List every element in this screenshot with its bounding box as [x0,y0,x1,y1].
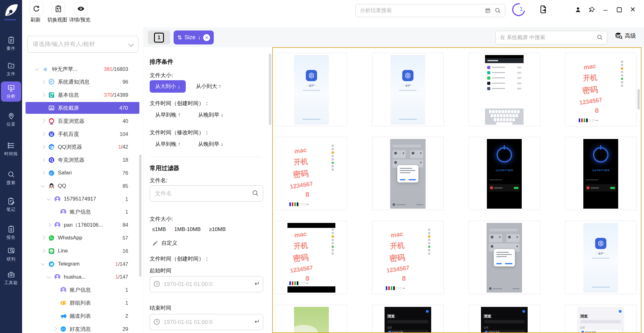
analysis-search-input[interactable] [359,4,479,17]
tree-item-WhatsApp[interactable]: WhatsApp57 [22,232,143,244]
sidebar-item-case[interactable]: 案件 [1,34,21,54]
thumbnail-card[interactable]: 浏览位置iCloud 云盘我的 iPhone最近删除个人收藏下载 [565,305,637,333]
chevron-right-icon[interactable] [41,93,45,97]
thumbnail-card[interactable]: - 金护 - [276,53,347,126]
sidebar-item-toolbox[interactable]: 工具箱 [1,268,21,288]
custom-size-button[interactable]: 自定义 [161,239,177,247]
sort-desc-button[interactable]: 从大到小↓ [150,80,186,93]
end-time-input[interactable] [163,314,248,330]
tree-item-node[interactable]: 账户信息1 [22,206,143,218]
tree-item-node[interactable]: 好友消息29 [22,323,143,333]
thumbnail-card[interactable]: 浏览位置iCloud 云盘我的 iPhone最近删除个人收藏下载 [372,305,444,333]
chevron-down-icon[interactable] [35,67,39,71]
chevron-right-icon[interactable] [41,236,45,240]
tree-item-pan1760106[interactable]: pan（1760106...84 [22,219,143,231]
size-option-lte1mb[interactable]: ≤1MB [152,226,166,232]
user-icon[interactable] [574,6,582,14]
pin-icon[interactable] [588,6,596,14]
task-progress-indicator[interactable]: 1 [512,2,525,16]
thumbnail-card[interactable]: 点击查看VPN配置 [565,137,637,210]
thumbnail-card[interactable]: mac开机密码12345678 [372,221,444,294]
sidebar-item-timeline[interactable]: 时间线 [1,139,21,159]
detail-preview-button[interactable] [74,2,88,16]
sidebar-item-location[interactable]: 位置 [1,109,21,130]
chevron-right-icon[interactable] [53,327,57,331]
sidebar-item-analysis[interactable]: 分析 [1,81,21,102]
maximize-button[interactable] [615,6,623,14]
tree-item-Line[interactable]: LINELine16 [22,245,143,257]
thumbnail-card[interactable]: mac开机密码12345678 [276,137,347,210]
created-late-to-early-button[interactable]: 从晚到早 ↓ [198,112,223,118]
thumbnail-card[interactable] [276,305,347,333]
chevron-right-icon[interactable] [41,158,45,162]
thumbnail-card[interactable]: mac开机密码12345678 [565,53,637,126]
search-icon[interactable] [596,34,603,41]
chevron-down-icon[interactable] [41,262,45,266]
sidebar-item-search[interactable]: 搜索 [1,168,21,188]
switch-view-button[interactable] [51,2,65,16]
created-early-to-late-button[interactable]: 从早到晚 ↑ [155,112,180,118]
chevron-right-icon[interactable] [41,145,45,149]
sidebar-item-judge[interactable]: 研判 [1,244,21,265]
start-time-input[interactable] [163,276,248,292]
minimize-button[interactable]: – [601,6,609,14]
scope-search-input[interactable] [499,31,591,44]
chevron-right-icon[interactable] [41,119,45,123]
column-count-button[interactable]: 1 [148,30,170,44]
chevron-right-icon[interactable] [41,171,45,175]
chevron-right-icon[interactable] [41,80,45,84]
tree-item-Safari[interactable]: Safari76 [22,167,143,179]
search-icon[interactable] [252,189,259,197]
filename-input[interactable] [154,186,249,201]
modified-early-to-late-button[interactable]: 从早到晚 ↑ [155,141,180,147]
thumbnail-card[interactable]: mac开机密码12345678 [276,221,347,294]
chevron-down-icon[interactable] [41,184,45,188]
tree-item-Telegram[interactable]: Telegram1 /147 [22,258,143,270]
chevron-right-icon[interactable] [41,132,45,136]
owner-filter-dropdown[interactable] [27,36,138,53]
sort-size-chip[interactable]: ⇅ Size ↓ ✕ [174,30,214,44]
thumbnail-card[interactable]: 000 [469,221,540,294]
sidebar-item-report[interactable]: 报告 [1,223,21,243]
tree-item-node[interactable]: 群组列表1 [22,297,143,309]
refresh-button[interactable] [30,2,43,16]
close-button[interactable]: ✕ [629,6,637,14]
remove-sort-icon[interactable]: ✕ [203,34,210,41]
tree-item-node[interactable]: 系统通知消息96 [22,76,143,88]
size-option-1to10mb[interactable]: 1MB-10MB [174,226,201,232]
chevron-down-icon[interactable] [47,275,51,279]
tree-item-node[interactable]: 账户信息1 [22,284,143,296]
thumbnail-card[interactable]: 000 [372,137,444,210]
tree-item-QQ[interactable]: QQ85 [22,180,143,192]
advanced-search-button[interactable]: 高级 [615,32,636,40]
grid-scrollbar-thumb[interactable] [637,89,640,109]
owner-filter-input[interactable] [32,36,127,52]
chevron-right-icon[interactable] [41,249,45,253]
sidebar-item-file[interactable]: 文件 [1,59,21,79]
thumbnail-card[interactable]: - 金护 - [372,53,444,126]
thumbnail-card[interactable]: - 金护 - [565,221,637,294]
size-option-gte10mb[interactable]: ≥10MB [209,226,226,232]
tree-item-node[interactable]: 频道列表2 [22,310,143,322]
search-icon[interactable] [494,7,501,14]
filter-scrollbar-thumb[interactable] [269,53,271,125]
tree-item-node[interactable]: 夸克浏览器18 [22,154,143,166]
tree-item-15795174917[interactable]: 157951749171 [22,193,143,205]
tree-item-node[interactable]: 系统截屏470 [26,102,139,114]
thumbnail-card[interactable]: 点击查看VPN配置 [469,137,540,210]
calendar-icon[interactable] [484,7,491,14]
modified-late-to-early-button[interactable]: 从晚到早 ↓ [198,141,223,147]
chevron-right-icon[interactable] [47,223,51,227]
sidebar-item-note[interactable]: 笔记 [1,195,21,215]
tree-item-node[interactable]: i基本信息370/14389 [22,89,143,101]
tree-item-node[interactable]: du手机百度104 [22,128,143,140]
sort-asc-button[interactable]: 从小到大 ↑ [196,83,221,89]
thumbnail-card[interactable]: 浏览位置iCloud 云盘我的 iPhone最近删除个人收藏下载 [469,305,540,333]
tree-item-node[interactable]: 百度浏览器40 [22,115,143,127]
chevron-down-icon[interactable] [47,197,51,201]
tree-item-node[interactable]: 钟无声苹...381/16803 [22,63,143,75]
tree-item-QQ[interactable]: QQ浏览器1/42 [22,141,143,153]
export-icon[interactable] [539,5,548,14]
thumbnail-card[interactable] [469,53,540,126]
tree-item-huahua[interactable]: huahua...1 /147 [22,271,143,283]
